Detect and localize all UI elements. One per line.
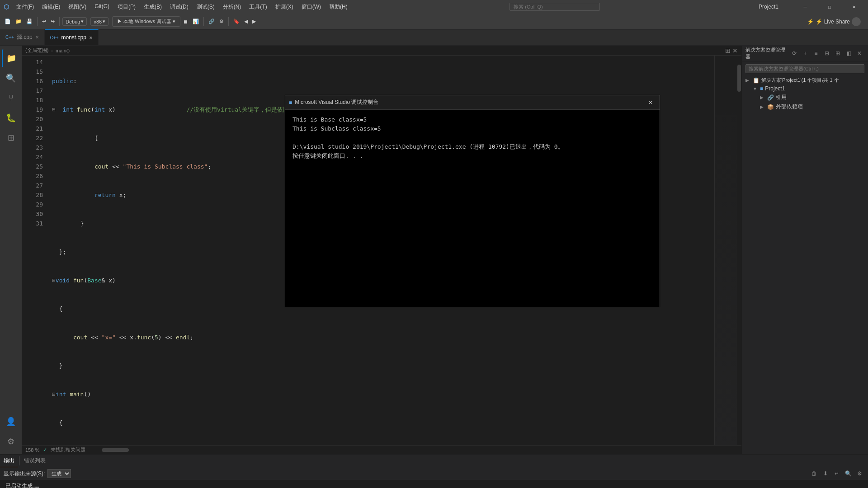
tab-icon: C++ (5, 35, 14, 40)
maximize-button[interactable]: □ (819, 0, 840, 14)
menu-edit[interactable]: 编辑(E) (38, 2, 64, 12)
activity-search[interactable]: 🔍 (2, 69, 20, 87)
platform-dropdown[interactable]: x86 ▾ (90, 17, 108, 26)
filter-btn[interactable]: ≡ (811, 48, 821, 58)
output-source-label: 显示输出来源(S): (4, 470, 45, 478)
open-btn[interactable]: 📁 (14, 18, 24, 25)
menu-analyze[interactable]: 分析(N) (219, 2, 245, 12)
attach-btn[interactable]: 🔗 (207, 18, 217, 25)
refs-label: 引用 (776, 94, 787, 101)
tab-errors[interactable]: 错误列表 (20, 455, 49, 467)
tab-yuan-cpp[interactable]: C++ 源.cpp ✕ (0, 29, 45, 45)
title-bar: ⬡ 文件(F) 编辑(E) 视图(V) Git(G) 项目(P) 生成(B) 调… (0, 0, 868, 14)
menu-bar: 文件(F) 编辑(E) 视图(V) Git(G) 项目(P) 生成(B) 调试(… (13, 2, 351, 12)
project-label: Project1 (765, 85, 785, 92)
tab-monst-cpp[interactable]: C++ monst.cpp ✕ (45, 29, 99, 45)
debugger-btn[interactable]: ⏹ (181, 18, 190, 25)
breadcrumb-bar: (全局范围) › main() ⊞ ✕ (22, 46, 741, 56)
fold-icon-25[interactable]: ⊟ (52, 391, 56, 398)
redo-btn[interactable]: ↪ (49, 18, 57, 25)
menu-build[interactable]: 生成(B) (140, 2, 165, 12)
process-btn[interactable]: ⚙ (217, 18, 226, 25)
output-panel-tabs: 输出 错误列表 (0, 454, 868, 467)
find-in-output-btn[interactable]: 🔍 (843, 469, 853, 479)
run-button[interactable]: ▶ 本地 Windows 调试器 ▾ (112, 16, 180, 27)
ext-deps-arrow: ▶ (760, 104, 765, 109)
activity-debug[interactable]: 🐛 (2, 109, 20, 127)
breadcrumb-scope-right: main() (56, 48, 70, 53)
config-dropdown[interactable]: Debug ▾ (62, 17, 87, 26)
global-search-input[interactable] (509, 3, 600, 11)
word-wrap-btn[interactable]: ↵ (832, 469, 842, 479)
nav-prev-btn[interactable]: ◀ (242, 18, 250, 25)
settings-btn[interactable]: ⚙ (854, 469, 864, 479)
menu-test[interactable]: 测试(S) (193, 2, 218, 12)
collapse-btn[interactable]: ⊟ (822, 48, 832, 58)
activity-explorer[interactable]: 📁 (2, 49, 20, 67)
menu-extensions[interactable]: 扩展(X) (272, 2, 297, 12)
solution-search-input[interactable] (745, 64, 864, 73)
code-line-25: ⊟int main() (48, 389, 714, 399)
menu-help[interactable]: 帮助(H) (326, 2, 351, 12)
output-toolbar: 🗑 ⬇ ↵ 🔍 ⚙ (809, 469, 864, 479)
console-line-2: This is Subclass classx=5 (292, 124, 652, 133)
output-source-select[interactable]: 生成 (47, 469, 71, 478)
split-editor-btn[interactable]: ⊞ (725, 47, 731, 54)
output-panel-header: 显示输出来源(S): 生成 🗑 ⬇ ↵ 🔍 ⚙ (0, 467, 868, 480)
close-panel-btn[interactable]: ✕ (732, 47, 738, 54)
tree-solution[interactable]: ▶ 📋 解决方案'Project1'(1 个项目/共 1 个 (742, 76, 868, 84)
menu-view[interactable]: 视图(V) (65, 2, 90, 12)
menu-tools[interactable]: 工具(T) (245, 2, 270, 12)
console-close-btn[interactable]: ✕ (645, 97, 656, 108)
new-file-btn[interactable]: 📄 (3, 18, 13, 25)
bookmark-btn[interactable]: 🔖 (231, 18, 241, 25)
menu-git[interactable]: Git(G) (91, 2, 113, 12)
close-button[interactable]: ✕ (844, 0, 864, 14)
vs-logo: ⬡ (4, 3, 9, 10)
fold-icon-21[interactable]: ⊟ (52, 277, 56, 284)
code-line-14: public: (48, 76, 714, 86)
solution-explorer: 解决方案资源管理器 ⟳ + ≡ ⊟ ⊞ ◧ ✕ ▶ 📋 解决方案'Project… (741, 46, 868, 454)
activity-git[interactable]: ⑂ (2, 89, 20, 107)
vertical-scrollbar[interactable] (737, 56, 741, 445)
menu-file[interactable]: 文件(F) (13, 2, 38, 12)
tab-output[interactable]: 输出 (0, 455, 18, 467)
profile-btn[interactable]: 📊 (191, 18, 201, 25)
sync-btn[interactable]: ⟳ (789, 48, 799, 58)
console-window: ■ Microsoft Visual Studio 调试控制台 ✕ This i… (285, 95, 660, 307)
preview-btn[interactable]: ◧ (844, 48, 854, 58)
scroll-to-end-btn[interactable]: ⬇ (821, 469, 830, 479)
code-line-24: } (48, 361, 714, 371)
live-share-icon: ⚡ (807, 19, 814, 25)
menu-project[interactable]: 项目(P) (114, 2, 139, 12)
live-share-button[interactable]: ⚡ ⚡ Live Share (802, 16, 865, 28)
props-btn[interactable]: ⊞ (833, 48, 843, 58)
activity-extensions[interactable]: ⊞ (2, 129, 20, 147)
minimize-button[interactable]: ─ (795, 0, 816, 14)
ext-deps-icon: 📦 (767, 104, 774, 110)
tab-label-active: monst.cpp (61, 34, 86, 41)
activity-accounts[interactable]: 👤 (2, 413, 20, 431)
editor-footer: 158 % ✓ 未找到相关问题 (22, 445, 741, 454)
new-solution-explorer-btn[interactable]: + (800, 48, 810, 58)
project-icon: ■ (760, 85, 763, 92)
tab-icon-active: C++ (50, 35, 59, 40)
tab-close-yuan[interactable]: ✕ (35, 35, 39, 40)
fold-icon-15[interactable]: ⊟ (52, 106, 56, 113)
tree-ext-deps[interactable]: ▶ 📦 外部依赖项 (742, 102, 868, 112)
undo-btn[interactable]: ↩ (40, 18, 48, 25)
clear-output-btn[interactable]: 🗑 (809, 469, 819, 479)
activity-settings[interactable]: ⚙ (2, 432, 20, 450)
tree-refs[interactable]: ▶ 🔗 引用 (742, 93, 868, 102)
nav-next-btn[interactable]: ▶ (250, 18, 258, 25)
menu-debug[interactable]: 调试(D) (166, 2, 192, 12)
tree-project[interactable]: ▼ ■ Project1 (742, 84, 868, 93)
menu-window[interactable]: 窗口(W) (298, 2, 325, 12)
solution-icon: 📋 (753, 77, 760, 84)
close-panel-btn[interactable]: ✕ (854, 48, 864, 58)
save-btn[interactable]: 💾 (24, 18, 34, 25)
tab-bar: C++ 源.cpp ✕ C++ monst.cpp ✕ (0, 30, 868, 46)
refs-icon: 🔗 (767, 94, 774, 101)
tab-close-monst[interactable]: ✕ (89, 35, 93, 40)
panel-toolbar: ⟳ + ≡ ⊟ ⊞ ◧ ✕ (789, 48, 864, 58)
